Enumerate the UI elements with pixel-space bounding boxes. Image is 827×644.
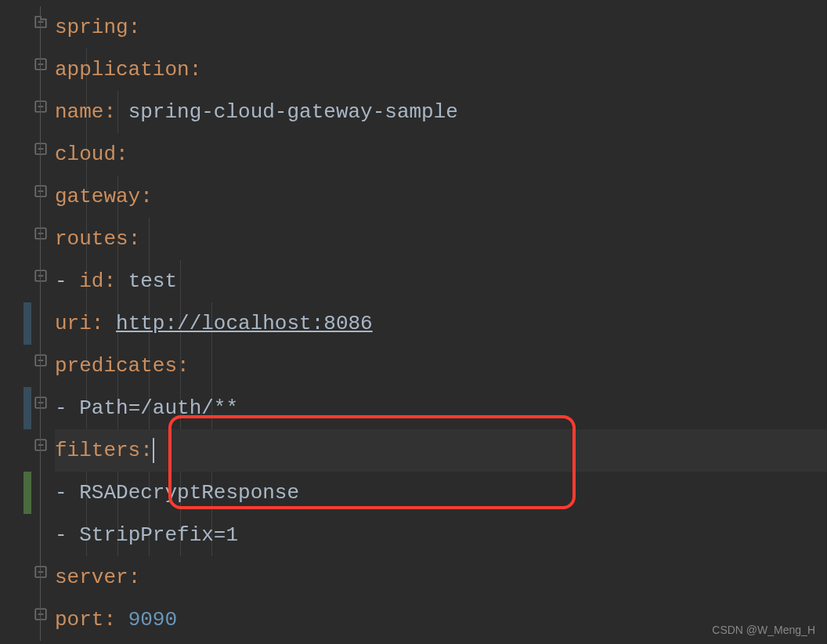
yaml-key: spring: [55, 16, 128, 39]
code-line[interactable]: server:: [55, 556, 827, 599]
yaml-dash: -: [55, 396, 79, 420]
yaml-key: predicates: [55, 354, 177, 378]
fold-icon[interactable]: [33, 14, 49, 30]
code-line[interactable]: cloud:: [55, 133, 827, 175]
yaml-key: port: [55, 608, 103, 631]
fold-icon[interactable]: [33, 183, 49, 199]
fold-icon[interactable]: [33, 564, 49, 580]
code-line[interactable]: port: 9090: [55, 599, 827, 641]
yaml-colon: :: [103, 100, 128, 124]
yaml-key: filters: [55, 439, 140, 462]
yaml-number: 9090: [128, 608, 177, 631]
text-cursor: [153, 438, 154, 463]
code-line[interactable]: name: spring-cloud-gateway-sample: [55, 91, 827, 133]
fold-icon[interactable]: [33, 437, 49, 453]
yaml-key: name: [55, 100, 103, 124]
code-line[interactable]: - StripPrefix=1: [55, 514, 827, 556]
yaml-colon: :: [140, 439, 153, 462]
code-line-active[interactable]: filters:: [55, 429, 827, 472]
yaml-dash: -: [55, 270, 79, 293]
fold-icon[interactable]: [33, 141, 49, 157]
yaml-key: cloud: [55, 143, 116, 166]
yaml-key: uri: [55, 312, 92, 335]
fold-icon[interactable]: [33, 606, 49, 622]
watermark: CSDN @W_Meng_H: [712, 624, 815, 636]
yaml-value: spring-cloud-gateway-sample: [128, 100, 458, 124]
yaml-value: Path=/auth/**: [79, 396, 238, 420]
code-line[interactable]: - id: test: [55, 260, 827, 302]
code-line[interactable]: - Path=/auth/**: [55, 387, 827, 429]
yaml-colon: :: [103, 608, 128, 631]
yaml-colon: :: [116, 143, 128, 166]
fold-icon[interactable]: [33, 268, 49, 284]
yaml-colon: :: [128, 16, 141, 39]
yaml-colon: :: [177, 354, 190, 378]
yaml-key: routes: [55, 227, 128, 251]
yaml-colon: :: [128, 227, 141, 251]
change-marker: [23, 302, 31, 345]
yaml-value: test: [128, 270, 177, 293]
code-line[interactable]: application:: [55, 49, 827, 91]
fold-icon[interactable]: [33, 395, 49, 411]
code-line[interactable]: gateway:: [55, 175, 827, 218]
yaml-key: id: [79, 270, 103, 293]
code-content[interactable]: spring: application: name: spring-cloud-…: [55, 0, 827, 644]
yaml-url: http://localhost:8086: [116, 312, 373, 335]
yaml-colon: :: [92, 312, 116, 335]
yaml-colon: :: [140, 185, 153, 208]
yaml-dash: -: [55, 523, 79, 547]
fold-icon[interactable]: [33, 353, 49, 368]
yaml-colon: :: [103, 270, 128, 293]
change-marker: [23, 472, 31, 514]
gutter-line: [40, 6, 41, 641]
change-marker: [23, 387, 31, 429]
editor-gutter: [0, 0, 55, 644]
code-line[interactable]: predicates:: [55, 345, 827, 387]
fold-icon[interactable]: [33, 56, 49, 72]
yaml-colon: :: [128, 566, 141, 589]
code-editor: spring: application: name: spring-cloud-…: [0, 0, 827, 644]
code-line[interactable]: routes:: [55, 218, 827, 260]
code-line[interactable]: - RSADecryptResponse: [55, 472, 827, 514]
fold-icon[interactable]: [33, 99, 49, 114]
yaml-colon: :: [190, 58, 202, 81]
fold-icon[interactable]: [33, 226, 49, 241]
yaml-key: server: [55, 566, 128, 589]
code-line[interactable]: spring:: [55, 6, 827, 49]
yaml-key: application: [55, 58, 190, 81]
yaml-dash: -: [55, 481, 79, 505]
code-line[interactable]: uri: http://localhost:8086: [55, 302, 827, 345]
yaml-key: gateway: [55, 185, 140, 208]
yaml-value: StripPrefix=1: [79, 523, 238, 547]
yaml-value: RSADecryptResponse: [79, 481, 299, 505]
